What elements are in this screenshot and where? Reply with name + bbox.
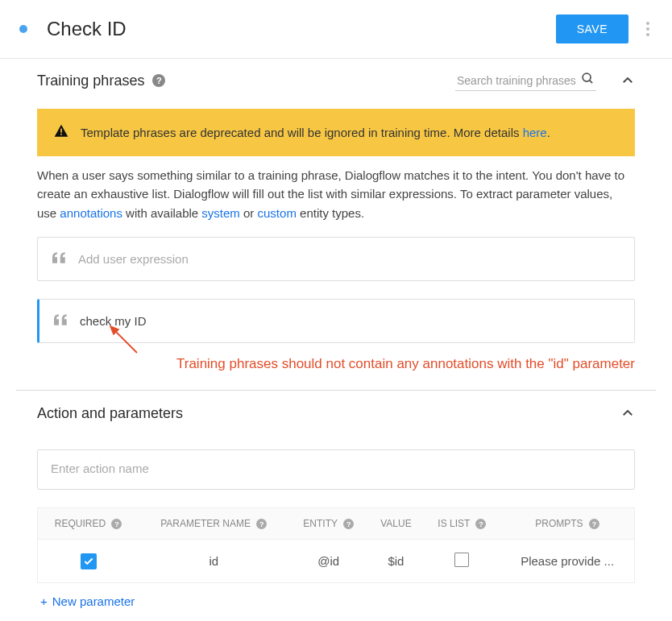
col-prompts: PROMPTS ? [500, 507, 634, 540]
svg-rect-3 [60, 134, 62, 135]
intent-status-dot [19, 25, 27, 33]
collapse-action-icon[interactable] [620, 406, 635, 420]
desc-text-2: with available [122, 206, 201, 220]
cell-prompts[interactable]: Please provide ... [500, 540, 634, 583]
training-section-title: Training phrases [37, 72, 144, 89]
table-header-row: REQUIRED ? PARAMETER NAME ? ENTITY ? VAL… [38, 507, 635, 540]
col-param-name: PARAMETER NAME ? [139, 507, 288, 540]
warning-text: Template phrases are deprecated and will… [81, 126, 550, 139]
svg-line-1 [590, 81, 593, 84]
col-entity: ENTITY ? [288, 507, 368, 540]
quote-icon [52, 250, 67, 267]
action-name-input[interactable] [37, 449, 635, 490]
save-button[interactable]: SAVE [556, 14, 628, 43]
intent-title: Check ID [47, 18, 556, 40]
col-required: REQUIRED ? [38, 507, 139, 540]
desc-text-4: entity types. [297, 206, 364, 220]
add-phrase-box[interactable] [37, 237, 635, 281]
table-row[interactable]: id @id $id Please provide ... [38, 540, 635, 583]
page-header: Check ID SAVE [0, 0, 672, 59]
callout-arrow-icon [108, 324, 140, 356]
warning-text-body: Template phrases are deprecated and will… [81, 126, 523, 139]
col-value: VALUE [368, 507, 423, 540]
cell-required[interactable] [38, 540, 139, 583]
new-parameter-label: New parameter [52, 594, 135, 608]
cell-entity[interactable]: @id [288, 540, 368, 583]
action-section-title: Action and parameters [37, 405, 183, 422]
warning-icon [53, 123, 69, 142]
search-input[interactable] [457, 74, 578, 87]
collapse-training-icon[interactable] [620, 73, 635, 88]
col-is-list: IS LIST ? [424, 507, 501, 540]
desc-text-3: or [240, 206, 258, 220]
help-icon[interactable]: ? [589, 519, 599, 529]
cell-value[interactable]: $id [368, 540, 423, 583]
svg-line-4 [114, 330, 137, 353]
deprecation-warning: Template phrases are deprecated and will… [37, 109, 635, 156]
search-training-phrases[interactable] [455, 70, 596, 91]
is-list-checkbox[interactable] [454, 553, 469, 567]
warning-link[interactable]: here [523, 126, 547, 139]
quote-icon [54, 313, 68, 329]
cell-param-name[interactable]: id [139, 540, 288, 583]
plus-icon: + [40, 594, 48, 608]
more-menu-icon[interactable] [643, 19, 653, 39]
section-divider [16, 390, 656, 391]
training-section-header: Training phrases ? [37, 70, 635, 101]
help-icon[interactable]: ? [343, 519, 354, 529]
search-icon[interactable] [581, 72, 595, 89]
training-description: When a user says something similar to a … [37, 156, 635, 237]
training-phrases-section: Training phrases ? Template phrases are … [0, 59, 672, 383]
cell-is-list[interactable] [424, 540, 501, 583]
svg-rect-2 [60, 129, 62, 133]
help-icon[interactable]: ? [475, 519, 486, 529]
annotation-callout: Training phrases should not contain any … [37, 356, 635, 383]
new-parameter-button[interactable]: + New parameter [37, 583, 635, 616]
help-icon[interactable]: ? [111, 519, 122, 529]
action-parameters-section: Action and parameters REQUIRED ? PARAMET… [0, 405, 672, 617]
svg-point-0 [583, 73, 591, 81]
system-link[interactable]: system [201, 206, 240, 220]
custom-link[interactable]: custom [258, 206, 297, 220]
help-icon[interactable]: ? [152, 74, 165, 87]
required-checkbox[interactable] [81, 553, 97, 569]
annotations-link[interactable]: annotations [60, 206, 122, 220]
help-icon[interactable]: ? [256, 519, 267, 529]
add-phrase-input[interactable] [78, 252, 620, 266]
annotation-callout-text: Training phrases should not contain any … [176, 356, 635, 371]
action-section-header: Action and parameters [37, 405, 635, 432]
parameters-table: REQUIRED ? PARAMETER NAME ? ENTITY ? VAL… [37, 507, 635, 584]
